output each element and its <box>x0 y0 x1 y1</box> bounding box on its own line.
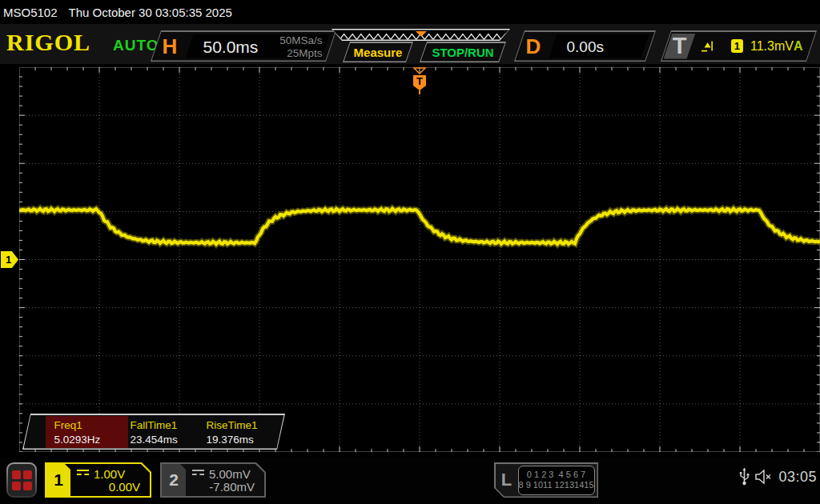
trigger-source-badge: 1 <box>731 39 743 53</box>
bottom-status-bar: 1 1.00V 0.00V 2 5.00mV -7.80mV L <box>0 458 820 504</box>
delay-settings-box[interactable]: D 0.00s <box>514 30 656 62</box>
rigol-logo: RIGOL <box>6 29 90 56</box>
horizontal-label: H <box>163 34 178 59</box>
horizontal-settings-box[interactable]: H 50.0ms 50MSa/s 25Mpts <box>151 30 336 62</box>
channel1-position-marker[interactable]: 1 <box>1 251 18 268</box>
dc-coupling-icon <box>77 470 89 478</box>
clock-readout: 03:05 <box>778 469 817 486</box>
channel1-number-tab: 1 <box>46 464 70 496</box>
timebase-value: 50.0ms <box>203 38 259 57</box>
red-grid-menu-icon <box>8 464 35 496</box>
ch1-trace <box>19 209 820 244</box>
measurement-results-panel: Freq1 5.0293Hz FallTime1 23.454ms RiseTi… <box>22 414 285 450</box>
trigger-marker-letter: T <box>416 75 423 87</box>
run-stop-button[interactable]: STOP/RUN <box>420 42 506 62</box>
trigger-slope-icon <box>701 40 713 52</box>
sample-rate-readout: 50MSa/s 25Mpts <box>279 34 322 60</box>
channel2-status-block[interactable]: 2 5.00mV -7.80mV <box>160 462 266 498</box>
waveform-display-area: T <box>19 67 820 452</box>
trigger-level-value: 11.3mV <box>750 39 794 54</box>
channel2-scale: 5.00mV <box>209 467 251 481</box>
channel1-offset: 0.00V <box>109 480 140 494</box>
acquisition-mode-indicator: AUTO <box>113 37 159 54</box>
graticule-grid <box>19 67 820 452</box>
speaker-muted-icon <box>755 469 773 485</box>
preview-trigger-position-icon <box>416 31 427 37</box>
top-info-bar: MSO5102 Thu October 30 03:05:35 2025 <box>0 0 820 24</box>
usb-icon <box>739 467 750 486</box>
logic-analyzer-block[interactable]: L 0 1 2 3 4 5 6 7 8 9 1011 12131415 <box>494 462 598 498</box>
preview-zigzag-icon <box>332 31 508 41</box>
sample-rate: 50MSa/s <box>279 34 322 47</box>
measure-button[interactable]: Measure <box>343 42 413 62</box>
channel2-number-tab: 2 <box>162 464 186 496</box>
delay-value: 0.00s <box>567 38 604 56</box>
delay-label: D <box>526 34 541 59</box>
channel1-status-block[interactable]: 1 1.00V 0.00V <box>45 462 151 498</box>
waveform-preview-strip[interactable] <box>332 29 510 41</box>
oscilloscope-screen: MSO5102 Thu October 30 03:05:35 2025 RIG… <box>0 0 820 504</box>
memory-depth: 25Mpts <box>279 47 322 60</box>
logic-channel-digits: 0 1 2 3 4 5 6 7 8 9 1011 12131415 <box>518 466 595 495</box>
model-label: MSO5102 <box>3 6 58 19</box>
channel2-offset: -7.80mV <box>209 480 255 494</box>
trigger-sweep-mode: A <box>794 39 803 54</box>
channel1-scale: 1.00V <box>94 467 125 481</box>
menu-button[interactable] <box>6 462 37 498</box>
status-tray: 03:05 <box>739 467 817 486</box>
datetime-label: Thu October 30 03:05:35 2025 <box>69 6 232 19</box>
trigger-settings-box[interactable]: T 1 11.3mV A <box>661 30 817 62</box>
dc-coupling-icon <box>192 470 204 478</box>
logic-analyzer-tab: L <box>496 464 518 497</box>
